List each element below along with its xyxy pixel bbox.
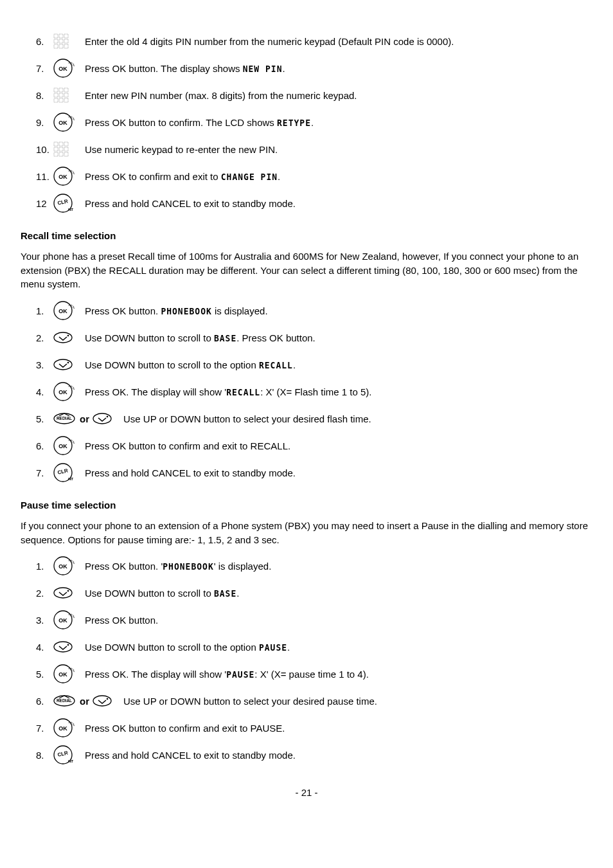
instruction-step: 6.Press OK button to confirm and exit to… [36, 435, 592, 457]
ok-button-icon [53, 664, 75, 685]
step-icon-slot [53, 462, 85, 484]
step-text: Press and hold CANCEL to exit to standby… [85, 197, 592, 211]
step-number: 7. [36, 62, 53, 76]
clr-button-icon [53, 193, 75, 215]
instruction-step: 3.Use DOWN button to scroll to the optio… [36, 354, 592, 376]
step-icon-slot [53, 745, 85, 766]
instruction-step: 12Press and hold CANCEL to exit to stand… [36, 193, 592, 215]
instruction-step: 11.Press OK to confirm and exit to CHANG… [36, 166, 592, 188]
lcd-text: BASE [214, 588, 236, 601]
step-icon-slot [53, 556, 85, 577]
step-number: 2. [36, 331, 53, 345]
step-number: 10. [36, 143, 53, 157]
redial-button-icon [53, 412, 77, 426]
step-icon-slot [53, 331, 85, 345]
instruction-step: 7.Press and hold CANCEL to exit to stand… [36, 462, 592, 484]
ok-button-icon [53, 300, 75, 322]
ok-button-icon [53, 166, 75, 188]
down-button-icon [53, 586, 75, 601]
lcd-text: PHONEBOOK [163, 561, 213, 574]
recall-intro: Your phone has a preset Recall time of 1… [21, 249, 592, 291]
keypad-icon [53, 141, 71, 159]
step-text: Press OK. The display will show 'PAUSE: … [85, 667, 592, 682]
or-label: or [80, 694, 89, 709]
or-label: or [80, 412, 89, 426]
step-icon-slot [53, 193, 85, 215]
step-number: 6. [36, 694, 53, 709]
instruction-step: 8.Enter new PIN number (max. 8 digits) f… [36, 85, 592, 107]
lcd-text: PAUSE [259, 642, 287, 655]
step-number: 11. [36, 170, 53, 184]
clr-button-icon [53, 745, 75, 766]
step-icon-slot [53, 358, 85, 372]
lcd-text: BASE [214, 332, 236, 346]
step-number: 6. [36, 35, 53, 49]
step-icon-slot [53, 300, 85, 322]
instruction-step: 5.orUse UP or DOWN button to select your… [36, 408, 592, 430]
instruction-step: 7.Press OK button to confirm and exit to… [36, 718, 592, 739]
lcd-text: RECALL [259, 359, 293, 373]
step-text: Enter the old 4 digits PIN number from t… [85, 35, 592, 49]
step-text: Use DOWN button to scroll to the option … [85, 640, 592, 655]
step-icon-slot [53, 381, 85, 403]
step-number: 8. [36, 748, 53, 763]
pause-heading: Pause time selection [21, 498, 592, 512]
step-number: 4. [36, 385, 53, 399]
step-number: 9. [36, 116, 53, 130]
step-text: Press OK button to confirm. The LCD show… [85, 116, 592, 130]
step-number: 3. [36, 613, 53, 628]
ok-button-icon [53, 381, 75, 403]
ok-button-icon [53, 435, 75, 457]
step-number: 3. [36, 358, 53, 372]
down-button-icon [53, 358, 75, 372]
step-number: 1. [36, 559, 53, 574]
step-number: 5. [36, 412, 53, 426]
instruction-step: 6.orUse UP or DOWN button to select your… [36, 691, 592, 712]
step-number: 7. [36, 721, 53, 736]
step-icon-slot [53, 610, 85, 631]
step-text: Use UP or DOWN button to select your des… [123, 412, 592, 426]
instruction-step: 4.Press OK. The display will show 'RECAL… [36, 381, 592, 403]
step-icon-slot: or [53, 694, 123, 709]
step-number: 1. [36, 304, 53, 318]
step-number: 6. [36, 439, 53, 453]
instruction-step: 9.Press OK button to confirm. The LCD sh… [36, 112, 592, 134]
step-number: 7. [36, 466, 53, 480]
step-icon-slot: or [53, 412, 123, 426]
step-text: Use DOWN button to scroll to BASE. Press… [85, 331, 592, 345]
lcd-text: CHANGE PIN [221, 171, 278, 185]
step-icon-slot [53, 640, 85, 655]
step-icon-slot [53, 141, 85, 159]
lcd-text: NEW PIN [243, 63, 283, 77]
step-number: 2. [36, 586, 53, 601]
instruction-step: 2.Use DOWN button to scroll to BASE. [36, 583, 592, 604]
section1-steps: 6.Enter the old 4 digits PIN number from… [36, 31, 592, 215]
step-icon-slot [53, 718, 85, 739]
ok-button-icon [53, 556, 75, 577]
ok-button-icon [53, 112, 75, 134]
keypad-icon [53, 87, 71, 105]
keypad-icon [53, 33, 71, 51]
section3-steps: 1.Press OK button. 'PHONEBOOK' is displa… [36, 556, 592, 766]
redial-button-icon [53, 694, 77, 709]
step-text: Use DOWN button to scroll to the option … [85, 358, 592, 372]
step-text: Press OK button to confirm and exit to R… [85, 439, 592, 453]
instruction-step: 10.Use numeric keypad to re-enter the ne… [36, 139, 592, 161]
page-number: - 21 - [21, 786, 592, 800]
step-number: 8. [36, 89, 53, 103]
instruction-step: 8.Press and hold CANCEL to exit to stand… [36, 745, 592, 766]
instruction-step: 7.Press OK button. The display shows NEW… [36, 58, 592, 80]
pause-intro: If you connect your phone to an extensio… [21, 519, 592, 547]
step-text: Press OK button to confirm and exit to P… [85, 721, 592, 736]
instruction-step: 2.Use DOWN button to scroll to BASE. Pre… [36, 327, 592, 349]
step-icon-slot [53, 435, 85, 457]
lcd-text: RECALL [226, 386, 260, 400]
instruction-step: 1.Press OK button. 'PHONEBOOK' is displa… [36, 556, 592, 577]
step-icon-slot [53, 586, 85, 601]
step-icon-slot [53, 112, 85, 134]
step-text: Press OK button. The display shows NEW P… [85, 62, 592, 76]
down-button-icon [92, 412, 114, 426]
step-icon-slot [53, 58, 85, 80]
instruction-step: 5. Press OK. The display will show 'PAUS… [36, 664, 592, 685]
step-text: Press and hold CANCEL to exit to standby… [85, 466, 592, 480]
